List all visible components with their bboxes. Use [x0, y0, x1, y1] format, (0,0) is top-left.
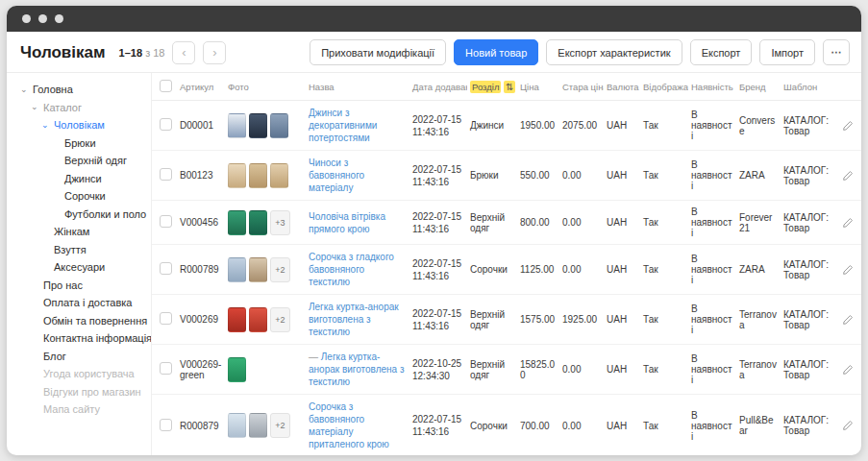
sidebar-item[interactable]: Контактна інформація [18, 329, 149, 348]
sidebar-item[interactable]: ⌄Каталог [18, 99, 149, 117]
sidebar-item-label: Брюки [64, 137, 96, 149]
product-name-link[interactable]: Джинси з декоративними потертостями [309, 108, 377, 143]
more-photos-badge[interactable]: +2 [270, 413, 290, 438]
import-button[interactable]: Імпорт [759, 39, 815, 65]
row-checkbox[interactable] [160, 215, 172, 228]
product-photo[interactable] [228, 307, 246, 332]
cell-currency: UAH [604, 101, 640, 151]
column-header-currency: Валюта [604, 73, 640, 101]
row-checkbox[interactable] [160, 419, 172, 431]
product-photo[interactable] [249, 210, 267, 235]
more-photos-badge[interactable]: +2 [270, 307, 290, 332]
delete-icon[interactable] [860, 119, 861, 131]
select-all-checkbox[interactable] [160, 80, 172, 92]
delete-icon[interactable] [860, 216, 861, 228]
product-photo[interactable] [228, 357, 246, 382]
edit-icon[interactable] [842, 119, 854, 131]
chevron-down-icon[interactable]: ⌄ [31, 103, 39, 111]
delete-icon[interactable] [860, 420, 861, 431]
product-name-link[interactable]: Чиноси з бавовняного матеріалу [309, 158, 364, 193]
product-photo[interactable] [270, 163, 288, 188]
sidebar-item-label: Мапа сайту [43, 403, 100, 415]
product-photo[interactable] [228, 413, 246, 438]
delete-icon[interactable] [860, 313, 861, 325]
sidebar-item[interactable]: Угода користувача [18, 365, 149, 383]
product-name-link[interactable]: Сорочка з бавовняного матеріалу притален… [309, 401, 389, 449]
export-characteristics-button[interactable]: Експорт характеристик [546, 39, 682, 65]
sidebar-item[interactable]: ⌄Чоловікам [18, 116, 149, 134]
prev-page-button[interactable]: ‹ [172, 41, 195, 64]
product-photo[interactable] [249, 163, 267, 188]
more-photos-badge[interactable]: +2 [270, 257, 290, 282]
sidebar-item[interactable]: Верхній одяг [18, 152, 149, 170]
sidebar-item[interactable]: Відгуки про магазин [18, 383, 149, 401]
row-checkbox[interactable] [160, 168, 172, 181]
column-header-availability: Наявність [688, 73, 736, 101]
new-product-button[interactable]: Новий товар [454, 39, 538, 65]
edit-icon[interactable] [842, 420, 854, 431]
chevron-down-icon[interactable]: ⌄ [41, 121, 50, 130]
sidebar-item[interactable]: Про нас [18, 277, 149, 295]
product-photo[interactable] [249, 413, 267, 438]
product-photo[interactable] [228, 257, 246, 282]
cell-name: Легка куртка-анорак виготовлена з тексти… [306, 295, 409, 345]
sidebar-item[interactable]: Брюки [18, 134, 149, 153]
sidebar-item[interactable]: Сорочки [18, 187, 149, 206]
cell-price: 1575.00 [517, 295, 559, 345]
more-photos-badge[interactable]: +3 [270, 210, 290, 235]
cell-photo: +2 [225, 245, 306, 295]
sidebar-item[interactable]: Оплата і доставка [18, 294, 149, 312]
window-control-dot[interactable] [55, 14, 63, 23]
sort-icon[interactable]: ⇅ [504, 81, 515, 93]
product-photo[interactable] [228, 113, 246, 138]
edit-icon[interactable] [842, 363, 854, 375]
sidebar-item[interactable]: Блог [18, 348, 149, 366]
date-value: 2022-07-15 [412, 210, 464, 223]
sidebar-item[interactable]: Аксесуари [18, 258, 149, 277]
edit-icon[interactable] [842, 263, 854, 275]
cell-currency: UAH [604, 245, 640, 295]
product-photos: +2 [228, 307, 303, 332]
edit-icon[interactable] [842, 169, 854, 181]
product-name-link[interactable]: Легка куртка-анорак виготовлена з тексти… [309, 352, 405, 387]
sidebar-item[interactable]: Футболки и поло [18, 206, 149, 224]
delete-icon[interactable] [860, 169, 861, 181]
cell-brand: Converse [736, 101, 781, 151]
row-checkbox[interactable] [160, 262, 172, 275]
product-photo[interactable] [249, 307, 267, 332]
product-photo[interactable] [249, 113, 267, 138]
product-photo[interactable] [228, 163, 246, 188]
sidebar-item[interactable]: ⌄Головна [18, 81, 149, 99]
sidebar-item[interactable]: Взуття [18, 241, 149, 259]
sidebar-item[interactable]: Жінкам [18, 223, 149, 241]
product-name-link[interactable]: Легка куртка-анорак виготовлена з тексти… [309, 302, 399, 337]
row-checkbox[interactable] [160, 312, 172, 325]
product-photo[interactable] [249, 257, 267, 282]
cell-sku: B00123 [177, 151, 225, 201]
product-name-link[interactable]: Чоловіча вітрівка прямого крою [309, 211, 385, 234]
cell-price: 550.00 [517, 151, 559, 201]
cell-availability: В наявності [688, 295, 736, 345]
edit-icon[interactable] [842, 313, 854, 325]
more-actions-button[interactable]: ⋯ [823, 39, 850, 65]
row-checkbox[interactable] [160, 118, 172, 131]
edit-icon[interactable] [842, 216, 854, 228]
delete-icon[interactable] [860, 363, 861, 375]
product-photo[interactable] [270, 113, 288, 138]
sidebar-item[interactable]: Джинси [18, 170, 149, 188]
delete-icon[interactable] [860, 263, 861, 275]
time-value: 11:43:16 [412, 126, 464, 138]
sidebar-item[interactable]: Обмін та повернення [18, 312, 149, 330]
product-name-link[interactable]: Сорочка з гладкого бавовняного текстилю [309, 252, 394, 287]
row-checkbox[interactable] [160, 362, 172, 375]
product-photo[interactable] [228, 210, 246, 235]
export-button[interactable]: Експорт [690, 39, 753, 65]
window-control-dot[interactable] [22, 14, 31, 23]
window-control-dot[interactable] [38, 14, 47, 23]
sidebar-item[interactable]: Мапа сайту [18, 400, 149, 419]
table-row: V000456+3Чоловіча вітрівка прямого крою2… [152, 201, 861, 245]
chevron-down-icon[interactable]: ⌄ [20, 85, 29, 94]
next-page-button[interactable]: › [203, 41, 226, 64]
cell-price: 1950.00 [517, 101, 559, 151]
hide-modifications-button[interactable]: Приховати модифікації [310, 39, 446, 65]
